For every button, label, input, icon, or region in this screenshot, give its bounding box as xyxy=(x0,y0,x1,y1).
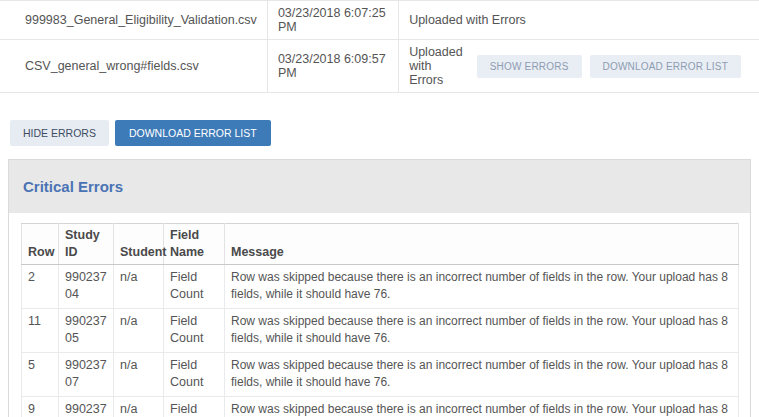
error-row-number: 11 xyxy=(22,308,59,352)
error-study-id: 99023704 xyxy=(59,264,114,308)
upload-status: Uploaded with Errors xyxy=(409,45,463,87)
error-message: Row was skipped because there is an inco… xyxy=(225,264,739,308)
upload-status-cell: Uploaded with Errors xyxy=(399,1,759,40)
error-row: 11 99023705 n/a Field Count Row was skip… xyxy=(22,308,739,352)
error-student: n/a xyxy=(114,396,164,417)
error-row: 5 99023707 n/a Field Count Row was skipp… xyxy=(22,352,739,396)
upload-filename: 999983_General_Eligibility_Validation.cs… xyxy=(0,1,267,40)
hide-errors-button[interactable]: HIDE ERRORS xyxy=(10,120,109,146)
upload-row: 999983_General_Eligibility_Validation.cs… xyxy=(0,1,759,40)
download-error-list-button[interactable]: DOWNLOAD ERROR LIST xyxy=(590,55,741,78)
upload-history-table: 999983_General_Eligibility_Validation.cs… xyxy=(0,0,759,93)
col-header-message: Message xyxy=(225,224,739,265)
error-row-number: 5 xyxy=(22,352,59,396)
error-message: Row was skipped because there is an inco… xyxy=(225,352,739,396)
col-header-study-id: Study ID xyxy=(59,224,114,265)
error-field-name: Field Count xyxy=(164,352,225,396)
col-header-student: Student xyxy=(114,224,164,265)
upload-status-cell: Uploaded with Errors SHOW ERRORS DOWNLOA… xyxy=(399,40,759,93)
error-field-name: Field Count xyxy=(164,396,225,417)
upload-row: CSV_general_wrong#fields.csv 03/23/2018 … xyxy=(0,40,759,93)
col-header-field-name: Field Name xyxy=(164,224,225,265)
upload-date: 03/23/2018 6:09:57 PM xyxy=(267,40,398,93)
error-field-name: Field Count xyxy=(164,308,225,352)
error-field-name: Field Count xyxy=(164,264,225,308)
error-row-number: 2 xyxy=(22,264,59,308)
error-student: n/a xyxy=(114,352,164,396)
error-student: n/a xyxy=(114,308,164,352)
show-errors-button[interactable]: SHOW ERRORS xyxy=(477,55,582,78)
upload-filename: CSV_general_wrong#fields.csv xyxy=(0,40,267,93)
error-study-id: 99023705 xyxy=(59,308,114,352)
upload-date: 03/23/2018 6:07:25 PM xyxy=(267,1,398,40)
panel-title: Critical Errors xyxy=(23,178,123,195)
critical-errors-header: Critical Errors xyxy=(9,160,750,213)
error-row: 9 99023710 n/a Field Count Row was skipp… xyxy=(22,396,739,417)
error-row: 2 99023704 n/a Field Count Row was skipp… xyxy=(22,264,739,308)
critical-errors-table: Row Study ID Student Field Name Message … xyxy=(21,223,739,417)
critical-errors-body: Row Study ID Student Field Name Message … xyxy=(9,213,750,417)
error-row-number: 9 xyxy=(22,396,59,417)
error-study-id: 99023707 xyxy=(59,352,114,396)
critical-errors-panel: Critical Errors Row Study ID Student Fie… xyxy=(8,159,751,417)
col-header-row: Row xyxy=(22,224,59,265)
error-table-header-row: Row Study ID Student Field Name Message xyxy=(22,224,739,265)
error-message: Row was skipped because there is an inco… xyxy=(225,308,739,352)
error-study-id: 99023710 xyxy=(59,396,114,417)
error-message: Row was skipped because there is an inco… xyxy=(225,396,739,417)
error-actions-bar: HIDE ERRORS DOWNLOAD ERROR LIST xyxy=(10,120,759,146)
error-student: n/a xyxy=(114,264,164,308)
upload-status: Uploaded with Errors xyxy=(409,13,526,27)
download-error-list-primary-button[interactable]: DOWNLOAD ERROR LIST xyxy=(115,120,271,146)
